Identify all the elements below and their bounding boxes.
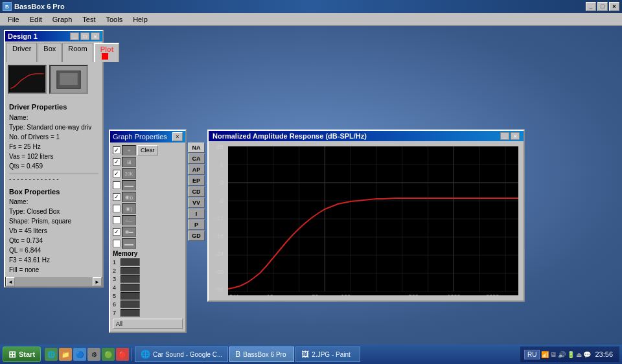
design-tabs: Driver Box Room Plot: [5, 41, 102, 62]
y-label-n18: -18: [215, 233, 224, 240]
curve-btn-na[interactable]: NA: [188, 142, 205, 153]
curve-btn-ca[interactable]: CA: [188, 154, 205, 164]
menu-bar: File Edit Graph Test Tools Help: [0, 13, 622, 26]
tab-box[interactable]: Box: [38, 43, 62, 62]
gp-row-1: ✓ + Clear: [113, 145, 183, 155]
box-qtc-label: Qtc = 0.734: [9, 236, 98, 245]
graph-props-title-text: Graph Properties: [113, 133, 167, 141]
ql-icon-2[interactable]: 📁: [59, 348, 72, 361]
graph-properties-panel: Graph Properties × ✓ + Clear ✓ ⊞ ✓ 20K ▬…: [109, 130, 187, 333]
curve-btn-p[interactable]: P: [188, 220, 205, 230]
menu-edit[interactable]: Edit: [25, 14, 47, 25]
ql-icon-3[interactable]: 🔵: [73, 348, 86, 361]
menu-tools[interactable]: Tools: [100, 14, 128, 25]
scroll-left-btn[interactable]: ◄: [6, 277, 15, 286]
menu-test[interactable]: Test: [77, 14, 100, 25]
graph-title-bar: Normalized Amplitude Response (dB-SPL/Hz…: [209, 131, 524, 141]
svg-rect-3: [60, 73, 77, 85]
minimize-button[interactable]: _: [586, 2, 596, 11]
curve-btn-cd[interactable]: CD: [188, 187, 205, 197]
start-button[interactable]: ⊞ Start: [3, 347, 41, 362]
design-minimize[interactable]: _: [70, 32, 79, 40]
thumb-graph[interactable]: [8, 65, 47, 94]
tab-room[interactable]: Room: [62, 43, 93, 62]
tab-driver[interactable]: Driver: [6, 43, 37, 62]
horizontal-scrollbar[interactable]: ◄ ►: [5, 277, 102, 286]
curve-btn-i[interactable]: I: [188, 209, 205, 219]
mem-bar-3[interactable]: [121, 275, 140, 283]
design-close[interactable]: ×: [91, 32, 100, 40]
lang-button[interactable]: RU: [524, 350, 540, 359]
graph-title-btns: _ ×: [500, 132, 520, 140]
gp-icon-8[interactable]: ◉▬: [122, 227, 136, 237]
gp-icon-2[interactable]: ⊞: [122, 157, 136, 167]
mem-bar-7[interactable]: [121, 309, 140, 317]
gp-check-1[interactable]: ✓: [113, 146, 121, 154]
mem-bar-1[interactable]: [121, 258, 140, 266]
maximize-button[interactable]: □: [597, 2, 608, 11]
y-label-n30: -30: [215, 269, 224, 275]
close-button[interactable]: ×: [609, 2, 619, 11]
mem-num-6: 6: [113, 301, 119, 308]
mem-bar-5[interactable]: [121, 292, 140, 300]
gp-icon-5[interactable]: ◉)): [122, 192, 136, 202]
design-title-btns: _ □ ×: [70, 32, 100, 40]
clear-btn[interactable]: Clear: [137, 145, 158, 155]
design-maximize[interactable]: □: [80, 32, 89, 40]
box-shape-label: Shape: Prism, square: [9, 216, 98, 226]
gp-check-2[interactable]: ✓: [113, 158, 121, 166]
gp-icon-6[interactable]: ◉): [122, 203, 136, 214]
box-props-title: Box Properties: [9, 187, 98, 198]
mem-row-5: 5: [113, 292, 183, 300]
ql-icon-5[interactable]: 🟢: [102, 348, 115, 361]
graph-close[interactable]: ×: [511, 132, 520, 140]
gp-icon-4[interactable]: ▬▬: [122, 180, 136, 190]
browser-icon: 🌐: [141, 350, 150, 359]
menu-graph[interactable]: Graph: [47, 14, 78, 25]
gp-icon-3[interactable]: 20K: [122, 168, 136, 179]
ql-icon-1[interactable]: 🌐: [45, 348, 58, 361]
y-label-n6: -6: [218, 198, 224, 204]
menu-file[interactable]: File: [3, 14, 25, 25]
mem-bar-4[interactable]: [121, 284, 140, 291]
menu-help[interactable]: Help: [128, 14, 153, 25]
thumb-box[interactable]: [49, 65, 88, 94]
all-btn[interactable]: All: [113, 319, 183, 329]
gp-check-7: [113, 216, 121, 224]
tray-signal-icon: 📶: [541, 351, 549, 358]
taskbar-item-bassbox[interactable]: B BassBox 6 Pro: [229, 347, 294, 362]
y-label-db: dB: [216, 144, 224, 150]
curve-btn-vv[interactable]: VV: [188, 198, 205, 208]
gp-check-4: [113, 181, 121, 189]
gp-check-8[interactable]: ✓: [113, 228, 121, 236]
tray-network-icon: 🖥: [550, 351, 557, 358]
graph-minimize[interactable]: _: [500, 132, 509, 140]
gp-icon-9[interactable]: ▬▬: [122, 238, 136, 249]
gp-icon-1[interactable]: +: [122, 145, 136, 155]
gp-check-5[interactable]: ✓: [113, 193, 121, 201]
taskbar-item-paint[interactable]: 🖼 2.JPG - Paint: [295, 347, 360, 362]
driver-props-title: Driver Properties: [9, 102, 98, 113]
scroll-track[interactable]: [15, 277, 93, 286]
gp-icon-7[interactable]: ⌂—: [122, 215, 136, 225]
gp-row-8: ✓ ◉▬: [113, 227, 183, 237]
main-frame: B BassBox 6 Pro _ □ × File Edit Graph Te…: [0, 0, 622, 345]
ql-icon-6[interactable]: 🔴: [116, 348, 129, 361]
mem-bar-2[interactable]: [121, 267, 140, 275]
curve-btn-gd[interactable]: GD: [188, 231, 205, 241]
gp-check-3[interactable]: ✓: [113, 170, 121, 177]
graph-props-close[interactable]: ×: [172, 132, 183, 141]
scroll-right-btn[interactable]: ►: [93, 277, 102, 286]
curve-btn-ep[interactable]: EP: [188, 176, 205, 186]
svg-text:5 Hz: 5 Hz: [229, 293, 242, 295]
curve-btn-ap[interactable]: AP: [188, 165, 205, 175]
ql-icon-4[interactable]: ⚙: [87, 348, 100, 361]
tab-plot[interactable]: Plot: [94, 43, 120, 62]
box-name-label: Name:: [9, 197, 98, 207]
mem-bar-6[interactable]: [121, 301, 140, 308]
box-f3-label: F3 = 43.61 Hz: [9, 255, 98, 265]
memory-label: Memory: [113, 250, 183, 257]
box-fill-label: Fill = none: [9, 265, 98, 275]
quick-launch: 🌐 📁 🔵 ⚙ 🟢 🔴: [42, 348, 132, 361]
taskbar-item-browser[interactable]: 🌐 Car Sound - Google C...: [135, 347, 228, 362]
